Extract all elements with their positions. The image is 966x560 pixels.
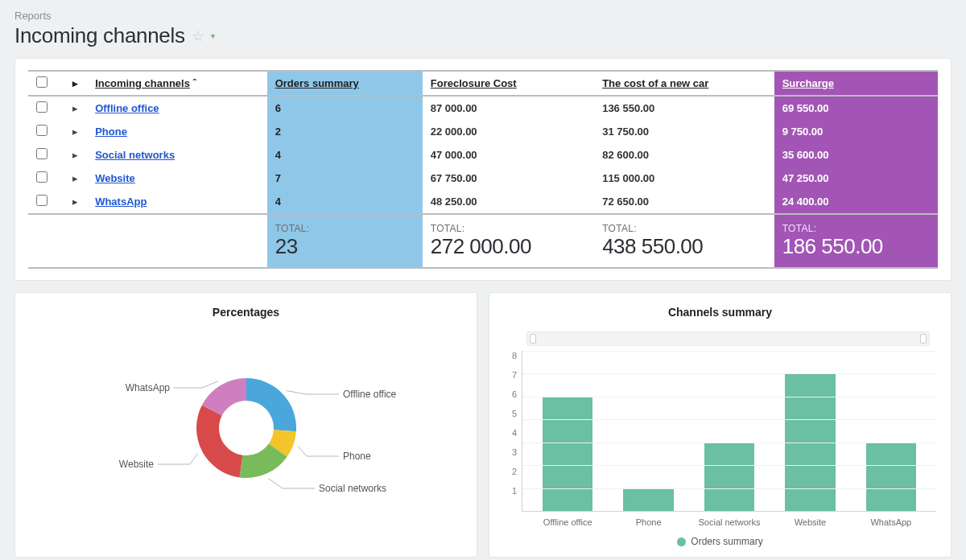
bar-column: Phone bbox=[608, 351, 688, 511]
donut-label: Phone bbox=[343, 451, 371, 462]
column-header-newcar[interactable]: The cost of a new car bbox=[594, 71, 774, 96]
bar-column: WhatsApp bbox=[851, 351, 931, 511]
bar-column: Offline office bbox=[527, 351, 608, 511]
cell-orders: 2 bbox=[267, 120, 423, 143]
bar-chart-plot: Offline officePhoneSocial networksWebsit… bbox=[522, 351, 936, 512]
cell-newcar: 115 000.00 bbox=[594, 167, 774, 190]
cell-newcar: 31 750.00 bbox=[594, 120, 774, 143]
bar-category-label: Social networks bbox=[689, 517, 770, 527]
cell-orders: 4 bbox=[267, 143, 423, 167]
legend-dot-icon bbox=[677, 537, 686, 546]
sort-asc-icon: ˆ bbox=[193, 77, 196, 89]
cell-newcar: 82 600.00 bbox=[594, 143, 774, 167]
bar[interactable] bbox=[623, 488, 673, 511]
column-header-surcharge[interactable]: Surcharge bbox=[774, 71, 938, 96]
bar-chart-legend: Orders summary bbox=[504, 536, 936, 547]
bar[interactable] bbox=[866, 443, 916, 511]
channels-table: ▸ Incoming channels ˆ Orders summary For… bbox=[28, 70, 938, 269]
table-row: ▸Offline office687 000.00136 550.0069 55… bbox=[28, 96, 938, 120]
row-checkbox[interactable] bbox=[36, 125, 47, 136]
table-row: ▸Website767 750.00115 000.0047 250.00 bbox=[28, 167, 938, 190]
cell-surcharge: 35 600.00 bbox=[774, 143, 938, 167]
donut-label: WhatsApp bbox=[125, 382, 170, 393]
cell-newcar: 136 550.00 bbox=[594, 96, 774, 120]
channels-summary-chart-title: Channels summary bbox=[504, 306, 936, 319]
donut-label: Website bbox=[118, 459, 153, 470]
channel-link[interactable]: WhatsApp bbox=[95, 196, 147, 208]
bar-column: Website bbox=[770, 351, 850, 511]
select-all-checkbox[interactable] bbox=[36, 76, 47, 88]
column-header-orders[interactable]: Orders summary bbox=[267, 71, 423, 96]
slider-handle-left[interactable] bbox=[530, 334, 536, 344]
cell-newcar: 72 650.00 bbox=[594, 190, 774, 214]
table-row: ▸Social networks447 000.0082 600.0035 60… bbox=[28, 143, 938, 167]
donut-chart: Offline officePhoneSocial networksWebsit… bbox=[30, 331, 462, 525]
channel-link[interactable]: Social networks bbox=[95, 149, 175, 161]
row-checkbox[interactable] bbox=[36, 148, 47, 159]
bar[interactable] bbox=[704, 443, 754, 511]
bar-category-label: Phone bbox=[608, 517, 688, 527]
donut-label: Social networks bbox=[319, 483, 386, 494]
channel-link[interactable]: Website bbox=[95, 172, 135, 184]
channels-summary-chart-card: Channels summary 87654321 Offline office… bbox=[489, 292, 952, 558]
channel-link[interactable]: Phone bbox=[95, 126, 127, 138]
cell-orders: 6 bbox=[267, 96, 423, 120]
cell-foreclosure: 48 250.00 bbox=[423, 190, 594, 214]
row-checkbox[interactable] bbox=[36, 195, 47, 206]
total-newcar: TOTAL: 438 550.00 bbox=[594, 214, 774, 268]
bar-chart-yaxis: 87654321 bbox=[504, 351, 522, 512]
row-expand-icon[interactable]: ▸ bbox=[64, 167, 87, 190]
donut-slice[interactable] bbox=[246, 378, 296, 431]
cell-surcharge: 9 750.00 bbox=[774, 120, 938, 143]
percentages-chart-title: Percentages bbox=[30, 306, 462, 319]
column-header-name[interactable]: Incoming channels ˆ bbox=[87, 71, 267, 96]
cell-foreclosure: 87 000.00 bbox=[423, 96, 594, 120]
donut-slice[interactable] bbox=[196, 405, 242, 477]
donut-label: Offline office bbox=[343, 389, 397, 400]
total-surcharge: TOTAL: 186 550.00 bbox=[774, 214, 938, 268]
bar-category-label: Offline office bbox=[527, 517, 608, 527]
row-expand-icon[interactable]: ▸ bbox=[64, 120, 87, 143]
row-checkbox[interactable] bbox=[36, 171, 47, 183]
favorite-star-icon[interactable]: ☆ bbox=[192, 27, 204, 45]
row-expand-icon[interactable]: ▸ bbox=[64, 96, 87, 120]
row-checkbox[interactable] bbox=[36, 101, 47, 113]
cell-foreclosure: 22 000.00 bbox=[423, 120, 594, 143]
breadcrumb[interactable]: Reports bbox=[14, 10, 952, 22]
bar-category-label: Website bbox=[770, 517, 850, 527]
cell-surcharge: 69 550.00 bbox=[774, 96, 938, 120]
bar[interactable] bbox=[543, 397, 592, 511]
cell-surcharge: 47 250.00 bbox=[774, 167, 938, 190]
bar-category-label: WhatsApp bbox=[851, 517, 931, 527]
cell-orders: 4 bbox=[267, 190, 423, 214]
slider-handle-right[interactable] bbox=[920, 334, 927, 344]
cell-foreclosure: 67 750.00 bbox=[423, 167, 594, 190]
column-header-foreclosure[interactable]: Foreclosure Cost bbox=[423, 71, 594, 96]
table-card: ▸ Incoming channels ˆ Orders summary For… bbox=[14, 58, 952, 281]
percentages-chart-card: Percentages Offline officePhoneSocial ne… bbox=[14, 292, 477, 558]
total-foreclosure: TOTAL: 272 000.00 bbox=[423, 214, 594, 268]
chart-range-slider[interactable] bbox=[526, 331, 930, 346]
page-title: Incoming channels bbox=[14, 23, 185, 48]
table-row: ▸WhatsApp448 250.0072 650.0024 400.00 bbox=[28, 190, 938, 214]
bar-column: Social networks bbox=[689, 351, 770, 511]
cell-orders: 7 bbox=[267, 167, 423, 190]
row-expand-icon[interactable]: ▸ bbox=[64, 143, 87, 167]
total-orders: TOTAL: 23 bbox=[267, 214, 423, 268]
expand-all-icon[interactable]: ▸ bbox=[64, 71, 87, 96]
table-row: ▸Phone222 000.0031 750.009 750.00 bbox=[28, 120, 938, 143]
cell-foreclosure: 47 000.00 bbox=[423, 143, 594, 167]
channel-link[interactable]: Offline office bbox=[95, 102, 159, 114]
row-expand-icon[interactable]: ▸ bbox=[64, 190, 87, 214]
title-dropdown-caret-icon[interactable]: ▾ bbox=[211, 31, 215, 40]
cell-surcharge: 24 400.00 bbox=[774, 190, 938, 214]
